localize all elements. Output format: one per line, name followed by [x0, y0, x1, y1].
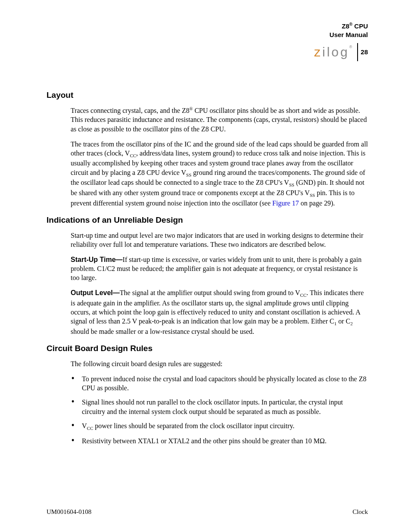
unreliable-p1: Start-up time and output level are two m…: [71, 231, 368, 249]
heading-layout: Layout: [47, 90, 368, 100]
zilog-logo: zilog®: [314, 45, 354, 59]
logo-z: z: [314, 45, 322, 59]
layout-p1: Traces connecting crystal, caps, and the…: [71, 106, 368, 134]
figure-link[interactable]: Figure 17: [272, 199, 299, 207]
page-content: Layout Traces connecting crystal, caps, …: [47, 90, 368, 445]
product-name: Z8: [342, 22, 349, 30]
list-item: VCC power lines should be separated from…: [71, 421, 368, 432]
page-header: Z8® CPU User Manual zilog® 28: [314, 22, 368, 61]
header-separator: [357, 43, 358, 61]
logo-rest: ilog: [322, 45, 349, 59]
heading-circuit: Circuit Board Design Rules: [47, 344, 368, 353]
page-number: 28: [361, 48, 368, 56]
section-name: Clock: [352, 508, 368, 516]
list-item: Resistivity between XTAL1 or XTAL2 and t…: [71, 436, 368, 445]
page-footer: UM001604-0108 Clock: [47, 508, 368, 516]
circuit-bullet-list: To prevent induced noise the crystal and…: [71, 374, 368, 445]
circuit-intro: The following circuit board design rules…: [71, 359, 368, 368]
logo-block: zilog® 28: [314, 43, 368, 61]
unreliable-p3: Output Level—The signal at the amplifier…: [71, 288, 368, 336]
startup-label: Start-Up Time—: [71, 256, 123, 263]
doc-number: UM001604-0108: [47, 508, 91, 516]
doc-title: Z8® CPU User Manual: [314, 22, 368, 39]
logo-reg: ®: [349, 45, 354, 49]
doc-subtitle: User Manual: [330, 31, 368, 38]
heading-unreliable: Indications of an Unreliable Design: [47, 215, 368, 225]
list-item: To prevent induced noise the crystal and…: [71, 374, 368, 392]
list-item: Signal lines should not run parallel to …: [71, 398, 368, 416]
output-label: Output Level—: [71, 289, 120, 296]
layout-p2: The traces from the oscillator pins of t…: [71, 140, 368, 208]
product-suffix: CPU: [352, 22, 368, 30]
unreliable-p2: Start-Up Time—If start-up time is excess…: [71, 255, 368, 282]
